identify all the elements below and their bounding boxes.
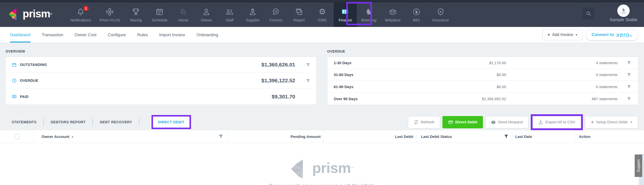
nav-item-cms[interactable]: ⚙ CMS — [311, 0, 334, 27]
filter-funnel-icon[interactable] — [618, 97, 638, 101]
overdue-row-amount: $0.00 — [399, 72, 506, 77]
subnav-item-onboarding[interactable]: Onboarding — [197, 27, 218, 43]
overdue-row-61-90: 61-90 Days $0.00 0 statements — [327, 81, 638, 93]
nav-item-insurance[interactable]: ★ Insurance — [428, 0, 453, 27]
nav-item-bex[interactable]: ♞ BEx — [405, 0, 428, 27]
nav-label: Insurance — [432, 18, 449, 22]
subnav-item-owner-cost[interactable]: Owner Cost — [74, 27, 96, 43]
subnav-item-transaction[interactable]: Transaction — [42, 27, 63, 43]
header-last-date[interactable]: Last Date — [512, 130, 575, 143]
overview-row-label: OVERDUE — [20, 79, 38, 83]
overview-row-amount: $1,360,626.01 — [190, 62, 295, 68]
envelope-icon — [491, 120, 496, 125]
filter-funnel-icon[interactable] — [219, 134, 223, 139]
send-request-button[interactable]: Send Request — [485, 116, 528, 128]
sort-asc-icon[interactable]: ▲ — [71, 135, 74, 138]
prism-logo-icon — [9, 8, 21, 21]
header-last-debit[interactable]: Last Debit — [323, 130, 416, 143]
filter-funnel-icon[interactable] — [618, 61, 638, 65]
export-all-csv-button[interactable]: Export All to CSV — [533, 116, 581, 128]
nav-item-comms[interactable]: Comms — [264, 0, 287, 27]
avatar: ♞ — [617, 5, 630, 17]
nav-item-report[interactable]: Report — [287, 0, 311, 27]
nav-item-racing[interactable]: Racing — [124, 0, 147, 27]
nav-item-notifications[interactable]: 1 Notifications — [66, 0, 95, 27]
nav-item-supplier[interactable]: Supplier — [241, 0, 264, 27]
tab-statements[interactable]: STATEMENTS — [12, 120, 36, 124]
nav-label: Schedule — [152, 18, 168, 22]
prism-watermark-icon — [291, 159, 310, 179]
select-all-radio[interactable] — [14, 134, 20, 139]
overview-row-label: PAID — [20, 95, 28, 99]
overdue-row-statements: 4 statements — [519, 61, 618, 65]
connect-xero-button[interactable]: Connect to xero⊙ — [586, 29, 638, 41]
subnav-item-dashboard[interactable]: Dashboard — [10, 27, 30, 43]
money-icon — [12, 94, 17, 99]
nav-item-breeding[interactable]: ♞ Breeding — [357, 0, 381, 27]
overdue-row-statements: 0 statements — [519, 72, 618, 77]
header-last-debit-status[interactable]: Last Debit Status — [416, 130, 512, 143]
search-button[interactable] — [583, 8, 594, 19]
support-tab[interactable]: Support — [635, 155, 642, 177]
calendar-icon — [12, 62, 17, 67]
overdue-row-label: 31-60 Days — [334, 72, 399, 77]
nav-label: CMS — [318, 18, 326, 22]
finance-subnav: Dashboard Transaction Owner Cost Configu… — [0, 27, 644, 43]
overdue-row-statements: 687 statements — [519, 97, 618, 101]
refresh-button[interactable]: Refresh — [408, 116, 440, 128]
subnav-item-import-invoice[interactable]: Import Invoice — [159, 27, 185, 43]
overdue-card: 1-30 Days $1,170.00 4 statements 31-60 D… — [327, 57, 638, 105]
notification-badge: 1 — [83, 6, 89, 11]
breeding-horse-icon: ♞ — [365, 7, 372, 16]
caret-down-icon: ▼ — [630, 121, 632, 124]
nav-item-owner[interactable]: Owner — [195, 0, 218, 27]
header-action: Action — [575, 130, 644, 143]
filter-funnel-icon[interactable] — [504, 134, 508, 139]
filter-funnel-icon[interactable] — [295, 79, 310, 83]
nav-item-schedule[interactable]: Schedule — [147, 0, 172, 27]
clock-icon — [12, 78, 17, 83]
direct-debit-button[interactable]: Direct Debit — [442, 116, 483, 128]
nav-label: BEx — [413, 18, 420, 22]
svg-text:$: $ — [344, 10, 346, 14]
nav-label: Racing — [130, 18, 142, 22]
filter-funnel-icon[interactable] — [295, 63, 310, 67]
brand-logo[interactable]: prism® — [9, 8, 52, 21]
tab-debt-recovery[interactable]: DEBT RECOVERY — [100, 120, 132, 124]
header-owner-account[interactable]: Owner Account ▲ — [34, 130, 228, 143]
nav-item-finance[interactable]: $ Finance — [334, 0, 357, 27]
plus-icon: + — [547, 32, 550, 38]
nav-item-horse[interactable]: ♘ Horse — [172, 0, 195, 27]
person-icon — [202, 7, 210, 16]
profile-menu[interactable]: ♞ Sample Stable — [610, 5, 637, 22]
tab-debtors-report[interactable]: DEBTORS REPORT — [51, 120, 86, 124]
plus-icon: + — [591, 119, 594, 125]
filter-funnel-icon[interactable] — [618, 85, 638, 89]
add-invoice-button[interactable]: + Add Invoice ▼ — [543, 29, 582, 40]
overview-section: OVERVIEW OUTSTANDING $1,360,626.01 OVERD… — [6, 49, 317, 105]
nav-item-staff[interactable]: Staff — [218, 0, 241, 27]
nav-item-prism-plus[interactable]: Prism PLUS — [95, 0, 124, 27]
direct-debit-table: Owner Account ▲ Pending Amount Last Debi… — [0, 130, 644, 185]
subnav-item-rules[interactable]: Rules — [137, 27, 148, 43]
tab-direct-debit[interactable]: DIRECT DEBIT — [158, 120, 184, 124]
primary-nav: 1 Notifications Prism PLUS Racing — [66, 0, 453, 27]
overdue-row-over-90: Over 90 Days $1,394,952.52 687 statement… — [327, 93, 638, 105]
setup-direct-debit-button[interactable]: + Setup Direct Debit ▼ — [585, 116, 638, 128]
table-header-row: Owner Account ▲ Pending Amount Last Debi… — [0, 130, 644, 143]
filter-funnel-icon[interactable] — [618, 72, 638, 77]
overdue-row-label: 61-90 Days — [334, 85, 399, 89]
connect-prefix: Connect to — [591, 32, 614, 37]
annotation-box-direct-debit: DIRECT DEBIT — [151, 115, 191, 129]
header-pending-amount[interactable]: Pending Amount — [228, 130, 323, 143]
subnav-item-configure[interactable]: Configure — [108, 27, 126, 43]
navbar-right: ♞ Sample Stable — [583, 5, 637, 22]
chat-icon — [272, 7, 280, 16]
tab-separator — [139, 119, 139, 125]
nav-item-wrkplace[interactable]: Wrkplace — [381, 0, 405, 27]
svg-text:★: ★ — [439, 10, 442, 14]
bex-circle-horse-icon: ♞ — [412, 7, 421, 16]
caret-down-icon: ▼ — [575, 33, 578, 36]
refresh-icon — [414, 120, 419, 125]
tab-separator — [92, 119, 93, 125]
